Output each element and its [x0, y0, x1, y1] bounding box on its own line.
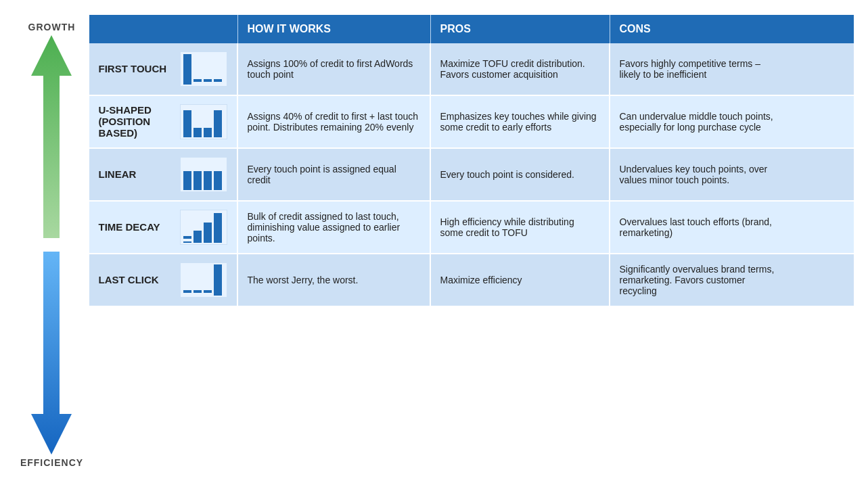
bar	[214, 264, 222, 296]
bar	[193, 231, 202, 243]
growth-arrow: GROWTH	[28, 22, 76, 238]
bar-chart	[180, 104, 227, 139]
cell-pros: Maximize efficiency	[431, 254, 610, 306]
bar	[183, 54, 191, 85]
cell-how: Assigns 100% of credit to first AdWords …	[238, 43, 431, 95]
th-pros: PROS	[431, 15, 610, 43]
bar	[183, 236, 191, 243]
bar-chart	[180, 262, 227, 298]
cell-pros: Every touch point is considered.	[431, 149, 610, 200]
cell-pros: Emphasizes key touches while giving some…	[431, 96, 610, 147]
model-name: LINEAR	[99, 168, 173, 180]
bar	[204, 223, 212, 243]
bar	[183, 171, 191, 190]
table-body: FIRST TOUCHAssigns 100% of credit to fir…	[89, 43, 854, 475]
cell-how: The worst Jerry, the worst.	[238, 254, 431, 306]
th-model	[89, 15, 238, 43]
bar-chart	[180, 210, 227, 245]
growth-arrow-icon	[31, 35, 72, 238]
model-name: FIRST TOUCH	[99, 63, 173, 74]
bar-chart	[180, 51, 227, 87]
bar	[204, 290, 212, 296]
bar	[193, 290, 202, 296]
svg-marker-0	[31, 35, 72, 238]
efficiency-arrow: EFFICIENCY	[20, 252, 83, 468]
table-header: HOW IT WORKS PROS CONS	[89, 15, 854, 43]
efficiency-label: EFFICIENCY	[20, 457, 83, 468]
table-row: LAST CLICKThe worst Jerry, the worst.Max…	[89, 254, 854, 307]
bar	[204, 79, 212, 85]
table-row: LINEAREvery touch point is assigned equa…	[89, 149, 854, 202]
table-row: TIME DECAYBulk of credit assigned to las…	[89, 202, 854, 254]
cell-name: LAST CLICK	[89, 254, 238, 306]
bar	[214, 171, 222, 190]
arrow-column: GROWTH	[15, 15, 89, 475]
bar	[183, 110, 191, 137]
bar	[214, 213, 222, 243]
cell-how: Assigns 40% of credit to first + last to…	[238, 96, 431, 147]
cell-cons: Undervalues key touch points, over value…	[610, 149, 793, 200]
bar	[204, 171, 212, 190]
model-name: TIME DECAY	[99, 221, 173, 233]
bar	[183, 290, 191, 296]
cell-how: Bulk of credit assigned to last touch, d…	[238, 202, 431, 253]
bar	[193, 79, 202, 85]
cell-name: U-SHAPED (POSITION BASED)	[89, 96, 238, 147]
th-how: HOW IT WORKS	[238, 15, 431, 43]
cell-name: LINEAR	[89, 149, 238, 200]
model-name: LAST CLICK	[99, 274, 173, 285]
table-row: FIRST TOUCHAssigns 100% of credit to fir…	[89, 43, 854, 96]
bar	[193, 171, 202, 190]
table-row: U-SHAPED (POSITION BASED)Assigns 40% of …	[89, 96, 854, 149]
cell-pros: Maximize TOFU credit distribution. Favor…	[431, 43, 610, 95]
bar	[204, 128, 212, 137]
growth-label: GROWTH	[28, 22, 76, 32]
bar	[214, 79, 222, 85]
cell-how: Every touch point is assigned equal cred…	[238, 149, 431, 200]
efficiency-arrow-icon	[31, 252, 72, 455]
cell-pros: High efficiency while distributing some …	[431, 202, 610, 253]
cell-cons: Significantly overvalues brand terms, re…	[610, 254, 793, 306]
bar	[193, 128, 202, 137]
cell-cons: Overvalues last touch efforts (brand, re…	[610, 202, 793, 253]
th-cons: CONS	[610, 15, 793, 43]
cell-cons: Can undervalue middle touch points, espe…	[610, 96, 793, 147]
bar-chart	[180, 157, 227, 192]
cell-name: TIME DECAY	[89, 202, 238, 253]
model-name: U-SHAPED (POSITION BASED)	[99, 104, 173, 139]
svg-marker-1	[31, 252, 72, 455]
bar	[214, 110, 222, 137]
cell-name: FIRST TOUCH	[89, 43, 238, 95]
attribution-table: HOW IT WORKS PROS CONS FIRST TOUCHAssign…	[89, 15, 854, 475]
cell-cons: Favors highly competitive terms – likely…	[610, 43, 793, 95]
